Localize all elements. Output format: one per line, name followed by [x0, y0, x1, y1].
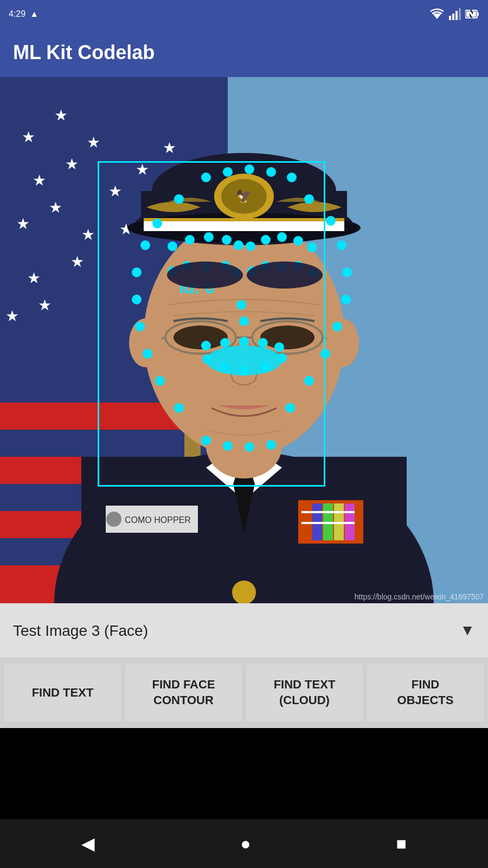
svg-text:★: ★ [16, 215, 30, 232]
contour-dot [285, 403, 295, 413]
svg-rect-2 [452, 14, 454, 20]
contour-dot [239, 366, 249, 376]
contour-dot [201, 341, 211, 350]
svg-text:★: ★ [163, 139, 176, 156]
nav-home-button[interactable]: ● [240, 834, 251, 854]
contour-dot [201, 436, 211, 445]
svg-text:★: ★ [38, 297, 52, 314]
nav-recent-button[interactable]: ■ [396, 834, 407, 854]
svg-text:★: ★ [65, 156, 79, 173]
contour-dot [277, 232, 287, 242]
contour-dot [236, 300, 246, 310]
contour-dot [277, 353, 287, 363]
contour-dot [258, 338, 268, 348]
nav-back-button[interactable]: ◀ [81, 833, 95, 854]
dropdown-arrow-icon: ▼ [460, 622, 475, 639]
svg-rect-45 [301, 511, 355, 513]
find-text-cloud-button[interactable]: FIND TEXT(CLOUD) [246, 664, 363, 722]
action-buttons-row: FIND TEXT FIND FACECONTOUR FIND TEXT(CLO… [0, 658, 488, 728]
contour-dot [320, 349, 330, 359]
contour-dot [223, 167, 233, 177]
svg-text:★: ★ [33, 172, 46, 189]
contour-dot [155, 376, 165, 386]
watermark: https://blog.csdn.net/weixin_41697507 [355, 592, 484, 601]
contour-dot [234, 240, 243, 250]
contour-dot [304, 376, 314, 386]
contour-dot [342, 267, 352, 277]
svg-text:★: ★ [54, 107, 68, 124]
svg-text:★: ★ [70, 253, 84, 270]
contour-dot [202, 354, 212, 364]
svg-rect-4 [459, 8, 461, 20]
svg-point-60 [129, 318, 162, 367]
svg-rect-70 [144, 218, 344, 221]
contour-dot [140, 240, 150, 250]
contour-dot [174, 403, 184, 413]
wifi-icon [429, 8, 445, 20]
svg-text:★: ★ [108, 183, 122, 200]
contour-dot [132, 295, 142, 304]
find-text-cloud-label: FIND TEXT(CLOUD) [274, 677, 336, 708]
contour-dot [332, 322, 342, 331]
app-bar: ML Kit Codelab [0, 28, 488, 77]
contour-dot [245, 164, 254, 174]
svg-point-61 [326, 318, 359, 367]
contour-dot [132, 267, 142, 277]
find-objects-label: FINDOBJECTS [397, 677, 454, 708]
contour-dot [287, 173, 297, 182]
svg-point-50 [232, 580, 256, 603]
contour-dot [201, 173, 211, 182]
contour-dot [304, 194, 314, 204]
image-container: ★ ★ ★ ★ ★ ★ ★ ★ ★ ★ ★ ★ ★ ★ ★ ★ ★ ★ [0, 77, 488, 603]
svg-point-54 [174, 326, 228, 349]
contour-dot [174, 194, 184, 204]
svg-rect-6 [477, 12, 479, 16]
svg-marker-0 [433, 14, 441, 19]
svg-text:★: ★ [22, 129, 35, 145]
contour-dot [341, 295, 351, 304]
svg-rect-1 [449, 16, 451, 20]
svg-text:★: ★ [5, 308, 19, 324]
contour-dot [204, 232, 214, 242]
contour-dot [266, 167, 276, 177]
test-image-selector[interactable]: Test Image 3 (Face) Test Image 1 Test Im… [13, 622, 460, 639]
svg-text:★: ★ [87, 134, 100, 151]
svg-text:★: ★ [27, 270, 41, 286]
svg-text:★: ★ [81, 226, 95, 243]
svg-rect-46 [301, 522, 355, 524]
app-title: ML Kit Codelab [13, 41, 155, 64]
signal-icon [449, 8, 461, 20]
status-icons [429, 8, 479, 20]
dropdown-container[interactable]: Test Image 3 (Face) Test Image 1 Test Im… [0, 603, 488, 658]
find-objects-button[interactable]: FINDOBJECTS [367, 664, 484, 722]
contour-dot [168, 241, 177, 251]
contour-dot [337, 240, 346, 250]
contour-dot [220, 338, 230, 348]
svg-rect-30 [0, 403, 190, 430]
contour-dot [222, 235, 232, 245]
contour-dot [326, 216, 336, 226]
find-face-contour-label: FIND FACECONTOUR [152, 677, 215, 708]
contour-dot [239, 316, 249, 326]
contour-dot [246, 241, 255, 251]
contour-dot [223, 441, 233, 451]
svg-text:COMO HOPPER: COMO HOPPER [125, 515, 191, 525]
contour-dot [152, 219, 162, 228]
svg-point-48 [106, 512, 121, 527]
contour-dot [293, 236, 303, 246]
contour-dot [261, 235, 271, 245]
contour-dot [266, 440, 276, 450]
nav-bar: ◀ ● ■ [0, 819, 488, 868]
contour-dot [261, 362, 271, 372]
svg-rect-3 [455, 11, 458, 20]
svg-text:★: ★ [49, 199, 62, 216]
status-warning-icon: ▲ [30, 9, 38, 19]
contour-dot [220, 362, 230, 372]
find-face-contour-button[interactable]: FIND FACECONTOUR [125, 664, 242, 722]
status-time: 4:29 [9, 9, 25, 19]
battery-icon [465, 9, 479, 19]
find-text-button[interactable]: FIND TEXT [4, 664, 121, 722]
contour-dot [245, 442, 254, 452]
contour-dot [185, 235, 195, 245]
contour-dot [135, 322, 145, 331]
